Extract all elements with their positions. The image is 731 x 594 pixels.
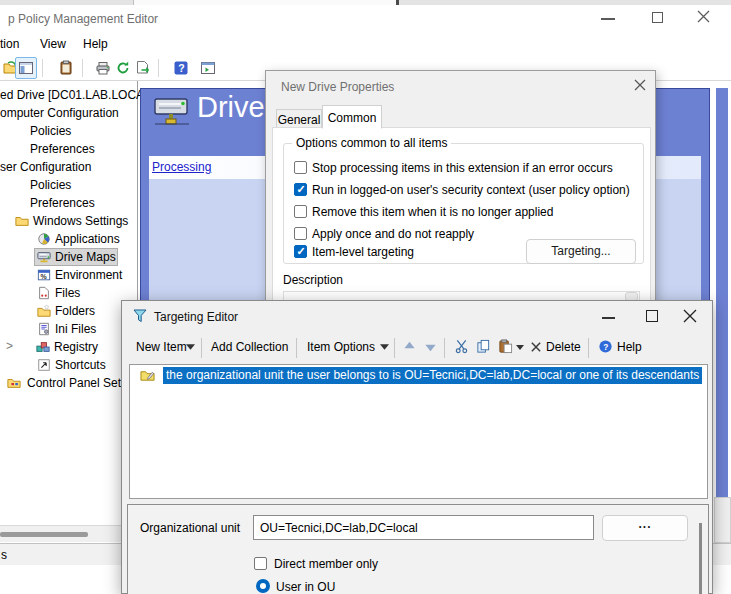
close-icon[interactable] <box>634 79 646 91</box>
ini-files-icon <box>37 322 51 336</box>
paste-icon[interactable] <box>498 339 513 354</box>
tree-item-policies[interactable]: Policies <box>0 123 137 140</box>
control-panel-icon <box>7 376 21 390</box>
help-button[interactable]: Help <box>617 340 642 354</box>
checkbox-remove-when-no-longer-applied[interactable] <box>294 205 307 218</box>
status-text-fragment: s <box>1 548 7 562</box>
tree-item-preferences[interactable]: Preferences <box>0 141 137 158</box>
tree-item-files[interactable]: Files <box>0 285 137 302</box>
group-policy-editor-window: p Policy Management Editor tion View Hel… <box>0 0 731 594</box>
tab-common[interactable]: Common <box>322 105 382 129</box>
tree-item-applications[interactable]: Applications <box>0 231 137 248</box>
refresh-icon[interactable] <box>115 60 131 76</box>
menu-bar: tion View Help <box>0 33 731 56</box>
tree-item-folders[interactable]: Folders <box>0 303 137 320</box>
folder-icon <box>15 214 29 228</box>
tree-item-computer-configuration[interactable]: omputer Configuration <box>0 105 137 122</box>
tree-horizontal-scrollbar[interactable] <box>0 525 137 542</box>
printer-icon[interactable] <box>95 60 111 76</box>
delete-button[interactable]: Delete <box>546 340 581 354</box>
ou-label: Organizational unit <box>140 521 240 535</box>
tree-item-control-panel-settings[interactable]: Control Panel Sett <box>0 375 137 392</box>
radio-user-in-ou[interactable] <box>256 579 270 593</box>
new-drive-properties-dialog: New Drive Properties General Common Opti… <box>265 70 656 305</box>
checkbox-run-in-user-context[interactable] <box>294 183 307 196</box>
scrollbar-thumb[interactable] <box>0 532 88 537</box>
minimize-button[interactable] <box>601 18 615 20</box>
item-options-button[interactable]: Item Options <box>307 340 375 354</box>
console-pane-icon[interactable] <box>18 60 34 76</box>
environment-icon: % <box>37 268 51 282</box>
browse-button[interactable]: ... <box>602 515 688 541</box>
checkbox-stop-processing[interactable] <box>294 161 307 174</box>
menu-action[interactable]: tion <box>0 37 19 51</box>
tree-item-ini-files[interactable]: Ini Files <box>0 321 137 338</box>
checkbox-direct-member-only[interactable] <box>254 557 267 570</box>
help-icon[interactable]: ? <box>173 60 189 76</box>
organizational-unit-icon <box>140 368 155 383</box>
menu-help[interactable]: Help <box>83 37 108 51</box>
group-box-label: Options common to all items <box>292 136 451 150</box>
pane-scrollbar-thumb[interactable] <box>699 523 702 594</box>
chevron-down-icon[interactable] <box>186 344 195 350</box>
tab-general[interactable]: General <box>276 109 322 128</box>
user-in-ou-label: User in OU <box>276 580 335 594</box>
checkbox-label: Run in logged-on user's security context… <box>312 183 630 197</box>
tree-item-policies-user[interactable]: Policies <box>0 177 137 194</box>
targeting-items-list[interactable]: the organizational unit the user belongs… <box>129 364 708 499</box>
panel-right-edge <box>716 88 728 497</box>
tree-item-user-configuration[interactable]: ser Configuration <box>0 159 137 176</box>
console-tree-panel: ed Drive [DC01.LAB.LOCA omputer Configur… <box>0 81 138 525</box>
item-properties-pane: Organizational unit ... Direct member on… <box>127 504 709 594</box>
checkbox-item-level-targeting[interactable] <box>294 245 307 258</box>
tree-item-shortcuts[interactable]: Shortcuts <box>0 357 137 374</box>
menu-view[interactable]: View <box>40 37 66 51</box>
ou-input[interactable] <box>253 515 594 540</box>
svg-text:?: ? <box>178 62 184 74</box>
window-title: p Policy Management Editor <box>8 12 158 26</box>
minimize-button[interactable] <box>602 317 615 319</box>
tree-item-windows-settings[interactable]: Windows Settings <box>0 213 137 230</box>
drive-maps-header-icon <box>153 96 193 128</box>
direct-member-label: Direct member only <box>274 557 378 571</box>
move-down-icon[interactable] <box>424 340 437 353</box>
cut-icon[interactable] <box>454 339 469 354</box>
tree-item-mapped-drive[interactable]: ed Drive [DC01.LAB.LOCA <box>0 87 137 104</box>
delete-icon[interactable] <box>530 341 542 353</box>
targeting-editor-dialog: Targeting Editor New Item Add Collection… <box>121 300 713 594</box>
close-icon[interactable] <box>683 309 697 323</box>
toolbar-separator <box>444 338 445 358</box>
chevron-down-icon[interactable] <box>516 345 524 350</box>
chevron-down-icon[interactable] <box>380 344 389 350</box>
export-list-icon[interactable] <box>135 60 151 76</box>
new-item-button[interactable]: New Item <box>136 340 187 354</box>
targeting-item-selected[interactable]: the organizational unit the user belongs… <box>163 367 702 384</box>
clipboard-icon[interactable] <box>58 60 74 76</box>
copy-icon[interactable] <box>476 339 491 354</box>
toolbar-separator <box>82 59 83 77</box>
registry-icon <box>36 340 50 354</box>
new-window-icon[interactable] <box>200 60 216 76</box>
tree-item-environment[interactable]: % Environment <box>0 267 137 284</box>
funnel-icon <box>132 308 148 324</box>
targeting-button[interactable]: Targeting... <box>526 239 636 264</box>
toolbar-separator <box>201 338 202 358</box>
tree-item-drive-maps[interactable]: Drive Maps <box>0 249 137 266</box>
checkbox-label: Remove this item when it is no longer ap… <box>312 205 553 219</box>
move-up-icon[interactable] <box>403 340 416 353</box>
close-icon[interactable] <box>697 10 710 23</box>
help-icon[interactable]: ? <box>598 339 613 354</box>
toolbar-separator <box>588 338 589 358</box>
checkbox-apply-once[interactable] <box>294 227 307 240</box>
tree-item-registry[interactable]: > Registry <box>0 339 137 356</box>
processing-link[interactable]: Processing <box>152 160 211 174</box>
expand-chevron-icon[interactable]: > <box>6 339 13 353</box>
maximize-button[interactable] <box>652 12 663 23</box>
add-collection-button[interactable]: Add Collection <box>211 340 288 354</box>
maximize-button[interactable] <box>646 310 658 322</box>
tree-item-preferences-user[interactable]: Preferences <box>0 195 137 212</box>
toolbar-separator <box>158 59 159 77</box>
dialog-title: New Drive Properties <box>281 80 394 94</box>
folders-icon <box>37 304 51 318</box>
checkbox-label: Stop processing items in this extension … <box>312 161 613 175</box>
